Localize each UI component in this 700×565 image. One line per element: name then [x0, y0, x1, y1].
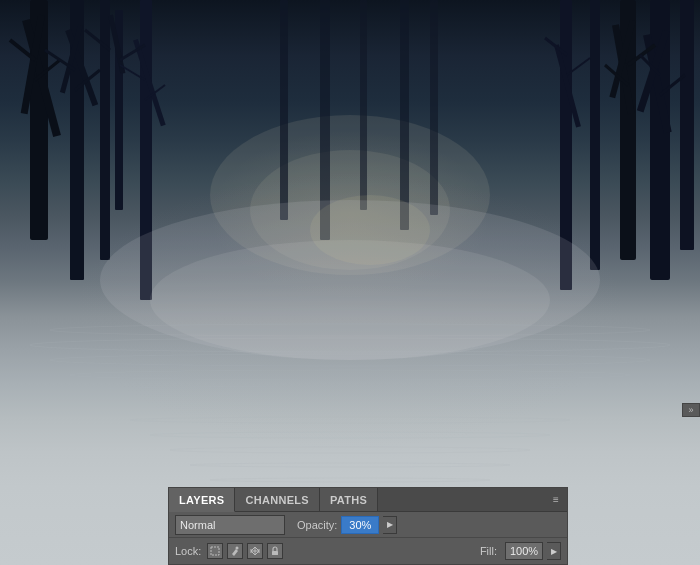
panel-menu-button[interactable]: ≡: [545, 488, 567, 511]
fill-arrow-button[interactable]: ▶: [547, 542, 561, 560]
svg-rect-40: [400, 0, 409, 230]
svg-point-43: [70, 370, 630, 380]
double-arrow-icon: »: [688, 405, 693, 415]
lock-dotted-rect-icon[interactable]: [207, 543, 223, 559]
svg-rect-39: [360, 0, 367, 210]
svg-point-47: [150, 432, 550, 438]
svg-rect-58: [272, 551, 278, 555]
opacity-value[interactable]: 30%: [341, 516, 379, 534]
tab-channels[interactable]: CHANNELS: [235, 488, 320, 511]
tab-layers[interactable]: LAYERS: [169, 488, 235, 512]
lock-move-icon[interactable]: [247, 543, 263, 559]
lock-label: Lock:: [175, 545, 201, 557]
lock-fill-row: Lock: Fill: 100% ▶: [169, 538, 567, 564]
svg-rect-27: [680, 0, 694, 250]
svg-point-55: [310, 195, 430, 265]
panel-scroll-arrow[interactable]: »: [682, 403, 700, 417]
tab-paths[interactable]: PATHS: [320, 488, 378, 511]
svg-rect-8: [100, 0, 110, 260]
svg-point-44: [90, 386, 610, 394]
fill-value[interactable]: 100%: [505, 542, 543, 560]
lock-all-icon[interactable]: [267, 543, 283, 559]
panel-tabs-row: LAYERS CHANNELS PATHS ≡: [169, 488, 567, 512]
svg-rect-56: [211, 547, 219, 555]
opacity-label: Opacity:: [297, 519, 337, 531]
svg-point-49: [190, 463, 510, 467]
svg-point-48: [170, 447, 530, 453]
svg-rect-41: [430, 0, 438, 215]
opacity-arrow-button[interactable]: ▶: [383, 516, 397, 534]
blend-mode-select[interactable]: Normal: [175, 515, 285, 535]
layers-panel: LAYERS CHANNELS PATHS ≡ Normal Opacity: …: [168, 487, 568, 565]
blend-opacity-row: Normal Opacity: 30% ▶: [169, 512, 567, 538]
svg-point-57: [236, 547, 239, 550]
fill-label: Fill:: [480, 545, 497, 557]
svg-rect-30: [590, 0, 600, 270]
tree-silhouettes: [0, 0, 700, 565]
svg-point-50: [210, 478, 490, 482]
svg-point-46: [130, 417, 570, 423]
svg-point-45: [110, 401, 590, 409]
lock-brush-icon[interactable]: [227, 543, 243, 559]
blend-mode-wrapper: Normal: [175, 515, 285, 535]
svg-rect-37: [280, 0, 288, 220]
